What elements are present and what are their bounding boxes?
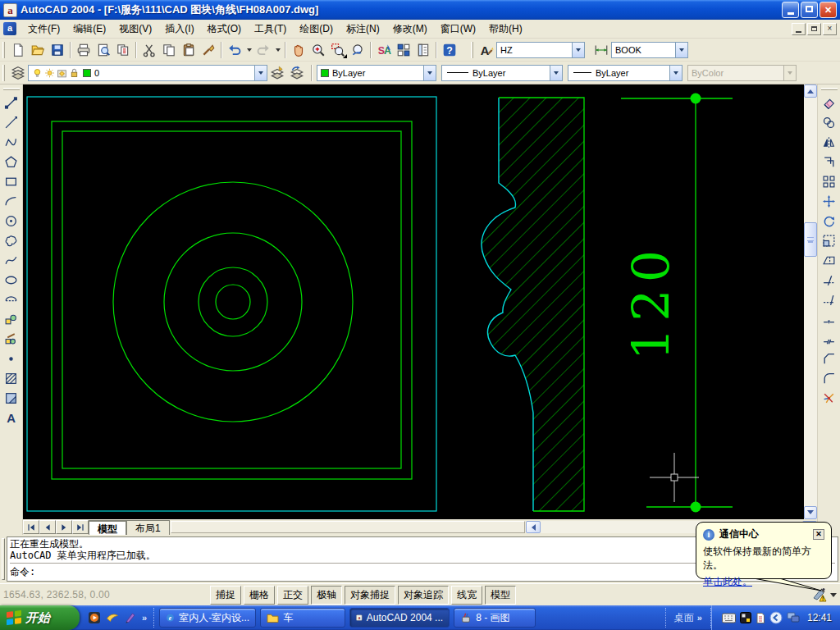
move-tool-button[interactable] [819, 191, 840, 211]
close-button[interactable]: ✕ [819, 2, 837, 18]
linetype-combo[interactable]: ByLayer [441, 65, 563, 81]
layer-sun-icon[interactable] [44, 67, 55, 79]
publish-button[interactable] [113, 40, 133, 59]
toggle-ortho[interactable]: 正交 [277, 586, 308, 605]
tab-previous-button[interactable] [39, 520, 56, 534]
break-tool-button[interactable] [819, 329, 840, 349]
combo-arrow-icon[interactable] [423, 66, 436, 80]
layer-lock-icon[interactable] [69, 67, 80, 79]
line-tool-button[interactable] [1, 93, 22, 112]
command-window-grip[interactable] [2, 538, 5, 580]
menu-file[interactable]: 文件(F) [21, 20, 66, 39]
toggle-snap[interactable]: 捕捉 [210, 586, 241, 605]
rotate-tool-button[interactable] [819, 211, 840, 231]
save-button[interactable] [48, 40, 67, 59]
undo-button[interactable] [225, 40, 244, 59]
redo-dropdown-button[interactable] [273, 40, 282, 59]
layer-previous-button[interactable] [287, 63, 307, 82]
offset-tool-button[interactable] [819, 152, 840, 171]
rectangle-tool-button[interactable] [1, 171, 22, 191]
text-style-button[interactable]: A [477, 40, 496, 59]
toggle-polar[interactable]: 极轴 [311, 586, 342, 605]
toggle-osnap[interactable]: 对象捕捉 [345, 586, 395, 605]
quick-launch-overflow-chevron[interactable]: » [142, 613, 147, 623]
zoom-realtime-button[interactable] [308, 40, 328, 59]
break-at-point-tool-button[interactable] [819, 309, 840, 329]
chamfer-tool-button[interactable] [819, 349, 840, 368]
mirror-tool-button[interactable] [819, 132, 840, 152]
start-button[interactable]: 开始 [0, 605, 80, 630]
combo-arrow-icon[interactable] [669, 66, 682, 80]
tab-next-button[interactable] [56, 520, 72, 534]
keyboard-tray-icon[interactable] [722, 613, 736, 623]
menu-draw[interactable]: 绘图(D) [293, 20, 340, 39]
quick-launch-swoosh-icon[interactable] [106, 611, 119, 624]
copy-object-tool-button[interactable] [819, 112, 840, 132]
open-button[interactable] [28, 40, 48, 59]
combo-arrow-icon[interactable] [572, 43, 584, 57]
properties-button[interactable]: SA [374, 40, 394, 59]
vertical-scrollbar[interactable] [804, 84, 817, 519]
scroll-down-button[interactable] [804, 506, 817, 519]
new-button[interactable] [8, 40, 28, 59]
tool-palettes-button[interactable] [413, 40, 433, 59]
toggle-lineweight[interactable]: 线宽 [451, 586, 482, 605]
menu-window[interactable]: 窗口(W) [434, 20, 482, 39]
ellipse-tool-button[interactable] [1, 270, 22, 290]
layer-sun-viewport-icon[interactable] [57, 67, 67, 79]
array-tool-button[interactable] [819, 171, 840, 191]
menu-tools[interactable]: 工具(T) [248, 20, 293, 39]
plot-button[interactable] [74, 40, 94, 59]
task-button-browser[interactable]: e 室内人-室内设... [159, 608, 256, 628]
status-tray-dropdown-icon[interactable] [830, 593, 837, 600]
pan-realtime-button[interactable] [289, 40, 308, 59]
plot-preview-button[interactable] [94, 40, 113, 59]
erase-tool-button[interactable] [819, 93, 840, 112]
document-tray-icon[interactable] [756, 613, 765, 623]
restore-button[interactable] [801, 2, 818, 18]
make-object-layer-current-button[interactable] [267, 63, 287, 82]
combo-arrow-icon[interactable] [550, 66, 562, 80]
dim-style-button[interactable] [591, 40, 611, 59]
lineweight-combo[interactable]: ByLayer [568, 65, 682, 81]
toolbar-grip[interactable] [821, 88, 838, 90]
hide-icons-chevron-icon[interactable] [769, 611, 783, 624]
layer-properties-manager-button[interactable] [8, 63, 28, 82]
paste-button[interactable] [179, 40, 199, 59]
insert-block-tool-button[interactable] [1, 309, 22, 329]
tab-last-button[interactable] [72, 520, 89, 534]
make-block-tool-button[interactable] [1, 329, 22, 349]
zoom-previous-button[interactable] [348, 40, 368, 59]
balloon-close-button[interactable]: ✕ [813, 529, 824, 540]
drawing-canvas[interactable]: 120 [23, 84, 804, 519]
construction-line-tool-button[interactable] [1, 112, 22, 132]
vertical-scroll-thumb[interactable] [804, 222, 817, 257]
region-tool-button[interactable] [1, 388, 22, 408]
menu-format[interactable]: 格式(O) [201, 20, 248, 39]
color-combo[interactable]: ByLayer [317, 65, 436, 81]
mdi-minimize-button[interactable] [792, 23, 806, 35]
toolbar-grip[interactable] [471, 42, 473, 58]
copy-button[interactable] [159, 40, 179, 59]
polygon-tool-button[interactable] [1, 152, 22, 171]
mdi-restore-button[interactable] [807, 23, 821, 35]
toolbar-grip[interactable] [3, 88, 20, 90]
zoom-window-button[interactable] [328, 40, 348, 59]
redo-button[interactable] [253, 40, 273, 59]
network-tray-icon[interactable] [787, 612, 800, 623]
task-button-autocad[interactable]: a AutoCAD 2004 ... [349, 608, 450, 628]
designcenter-button[interactable] [394, 40, 413, 59]
mdi-close-button[interactable]: × [823, 23, 837, 35]
dim-style-combo[interactable]: BOOK [611, 42, 688, 58]
scale-tool-button[interactable] [819, 231, 840, 250]
explode-tool-button[interactable] [819, 388, 840, 408]
trim-tool-button[interactable] [819, 270, 840, 290]
multiline-text-tool-button[interactable]: A [1, 408, 22, 427]
menu-edit[interactable]: 编辑(E) [66, 20, 112, 39]
tab-scroll-splitter[interactable] [171, 521, 525, 533]
polyline-tool-button[interactable] [1, 132, 22, 152]
ime-tray-icon[interactable] [740, 612, 751, 623]
menu-insert[interactable]: 插入(I) [158, 20, 200, 39]
layer-combo[interactable]: 0 [28, 65, 267, 81]
layer-bulb-on-icon[interactable] [32, 67, 43, 79]
